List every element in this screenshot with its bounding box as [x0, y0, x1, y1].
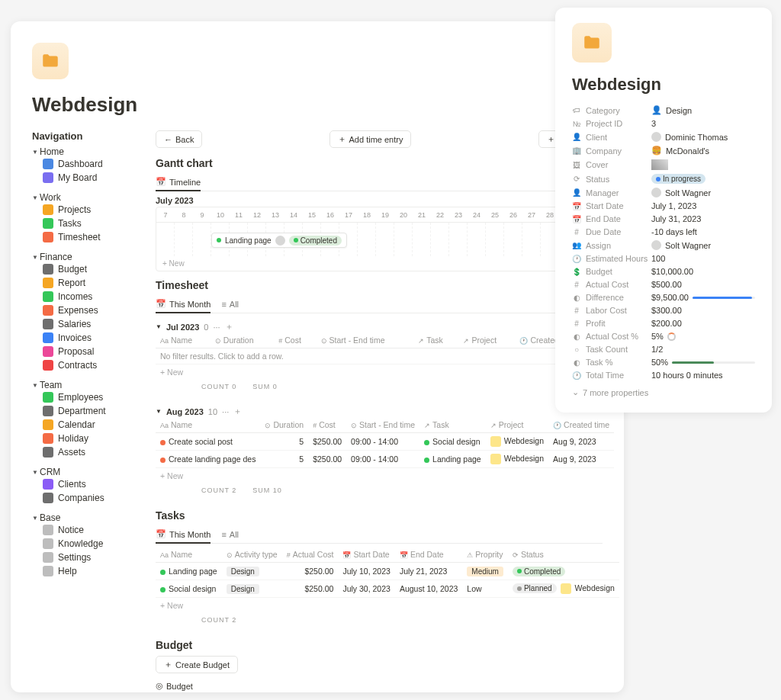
sidebar-item-knowledge[interactable]: Knowledge [32, 537, 131, 551]
col-name[interactable]: AaName [156, 547, 222, 563]
create-budget-button[interactable]: ＋Create Budget [156, 656, 238, 673]
prop-actual-cost-[interactable]: ◐Actual Cost %5% [572, 332, 755, 341]
nav-group-team[interactable]: ▼Team [32, 380, 131, 390]
sidebar-item-proposal[interactable]: Proposal [32, 345, 131, 358]
prop-end-date[interactable]: 📅End DateJuly 31, 2023 [572, 214, 755, 223]
sidebar-item-report[interactable]: Report [32, 276, 131, 290]
prop-difference[interactable]: ◐Difference$9,500.00 [572, 293, 755, 302]
prop-company[interactable]: 🏢Company🍔McDonald's [572, 146, 755, 156]
sidebar-item-settings[interactable]: Settings [32, 551, 131, 564]
empty-row[interactable]: No filter results. Click to add a row. [156, 348, 603, 364]
col-end[interactable]: 📅End Date [395, 547, 462, 563]
sidebar-item-notice[interactable]: Notice [32, 523, 131, 537]
gantt-new[interactable]: + New [156, 256, 602, 271]
sidebar-item-expenses[interactable]: Expenses [32, 303, 131, 317]
tasks-count: COUNT 2 [156, 613, 603, 631]
back-button[interactable]: ←Back [156, 130, 202, 148]
properties-panel: Webdesign 🏷Category👤Design№Project ID3👤C… [555, 8, 772, 413]
sidebar-item-clients[interactable]: Clients [32, 477, 131, 491]
timesheet-new[interactable]: + New [156, 364, 603, 380]
nav-group-base[interactable]: ▼Base [32, 512, 131, 523]
project-folder-icon [572, 23, 612, 63]
prop-estimated-hours[interactable]: 🕐Estimated Hours100 [572, 254, 755, 263]
nav-group-crm[interactable]: ▼CRM [32, 467, 131, 477]
budget-tabs: ◎Budget [156, 678, 603, 692]
budget-title: Budget [156, 639, 603, 651]
timesheet-new[interactable]: + New [156, 468, 603, 483]
col-status[interactable]: ⟳Status [508, 547, 619, 563]
nav-group-home[interactable]: ▼Home [32, 146, 131, 157]
sidebar-item-assets[interactable]: Assets [32, 445, 131, 459]
gantt-title: Gantt chart [156, 157, 603, 169]
tab-this-month[interactable]: 📅This Month [156, 296, 211, 313]
gantt-chart[interactable]: 7891011121314151617181920212223242526272… [156, 207, 603, 271]
prop-assign[interactable]: 👥AssignSolt Wagner [572, 240, 755, 250]
content-area: ←Back ＋Add time entry ＋New Task Gantt ch… [156, 130, 603, 692]
timesheet-row[interactable]: Create landing page des5$250.0009:00 - 1… [156, 451, 614, 468]
sidebar-item-salaries[interactable]: Salaries [32, 317, 131, 331]
gantt-bar-label: Landing page [225, 236, 272, 245]
prop-actual-cost[interactable]: #Actual Cost$500.00 [572, 280, 755, 289]
sidebar-item-companies[interactable]: Companies [32, 491, 131, 505]
sidebar-item-incomes[interactable]: Incomes [32, 290, 131, 303]
sidebar-item-holiday[interactable]: Holiday [32, 432, 131, 445]
prop-status[interactable]: ⟳StatusIn progress [572, 174, 755, 184]
status-pill-completed: Completed [289, 236, 342, 246]
sidebar-item-projects[interactable]: Projects [32, 203, 131, 217]
col-start[interactable]: 📅Start Date [338, 547, 394, 563]
task-row[interactable]: Landing pageDesign$250.00July 10, 2023Ju… [156, 563, 619, 580]
timesheet-title: Timesheet [156, 279, 603, 291]
tab-this-month[interactable]: 📅This Month [156, 526, 211, 544]
sidebar-item-employees[interactable]: Employees [32, 390, 131, 404]
sidebar-item-contracts[interactable]: Contracts [32, 358, 131, 372]
nav-group-finance[interactable]: ▼Finance [32, 252, 131, 262]
more-properties[interactable]: ⌄7 more properties [572, 387, 755, 397]
sidebar-item-budget[interactable]: Budget [32, 262, 131, 276]
prop-project-id[interactable]: №Project ID3 [572, 119, 755, 128]
tasks-tabs: 📅This Month ≡All [156, 526, 603, 544]
tab-budget[interactable]: ◎Budget [156, 678, 193, 692]
timesheet-table: AaName⊙Duration#Cost⊙Start - End time↗Ta… [156, 417, 614, 468]
prop-budget[interactable]: 💲Budget$10,000.00 [572, 267, 755, 276]
prop-task-[interactable]: ◐Task %50% [572, 358, 755, 367]
nav-group-work[interactable]: ▼Work [32, 192, 131, 203]
tasks-new[interactable]: + New [156, 598, 603, 613]
prop-task-count[interactable]: ○Task Count1/2 [572, 345, 755, 354]
sidebar-item-timesheet[interactable]: Timesheet [32, 230, 131, 244]
prop-profit[interactable]: #Profit$200.00 [572, 319, 755, 328]
tab-all[interactable]: ≡All [221, 526, 239, 543]
gantt-bar-landing-page[interactable]: Landing page Completed [211, 233, 347, 248]
prop-manager[interactable]: 👤ManagerSolt Wagner [572, 188, 755, 197]
sidebar-item-department[interactable]: Department [32, 404, 131, 418]
sidebar-item-dashboard[interactable]: Dashboard [32, 157, 131, 171]
prop-client[interactable]: 👤ClientDominic Thomas [572, 132, 755, 142]
sidebar-item-calendar[interactable]: Calendar [32, 418, 131, 432]
sidebar-item-tasks[interactable]: Tasks [32, 217, 131, 230]
col-activity[interactable]: ⊙Activity type [222, 547, 282, 563]
timesheet-group-header[interactable]: ▼Aug 2023 10 ··· ＋ [156, 406, 603, 417]
prop-due-date[interactable]: #Due Date-10 days left [572, 227, 755, 236]
prop-category[interactable]: 🏷Category👤Design [572, 105, 755, 115]
page-title: Webdesign [32, 93, 603, 117]
avatar-icon [275, 236, 285, 246]
sidebar: Navigation ▼HomeDashboardMy Board▼WorkPr… [32, 130, 131, 692]
prop-start-date[interactable]: 📅Start DateJuly 1, 2023 [572, 201, 755, 210]
tab-timeline[interactable]: 📅Timeline [156, 174, 201, 191]
toolbar: ←Back ＋Add time entry ＋New Task [156, 130, 603, 148]
prop-cover[interactable]: 🖼Cover [572, 159, 755, 170]
tasks-title: Tasks [156, 509, 603, 522]
sidebar-item-help[interactable]: Help [32, 564, 131, 578]
col-priority[interactable]: ⚠Proprity [462, 547, 508, 563]
sidebar-item-invoices[interactable]: Invoices [32, 331, 131, 345]
col-actual[interactable]: #Actual Cost [282, 547, 339, 563]
tab-all[interactable]: ≡All [221, 296, 239, 313]
timesheet-row[interactable]: Create social post5$250.0009:00 - 14:00S… [156, 433, 614, 451]
add-time-entry-button[interactable]: ＋Add time entry [329, 130, 412, 148]
prop-total-time[interactable]: 🕐Total Time10 hours 0 minutes [572, 371, 755, 380]
gantt-month: July 2023 [156, 196, 603, 205]
status-dot-icon [217, 238, 221, 242]
task-row[interactable]: Social designDesign$250.00July 30, 2023A… [156, 580, 619, 597]
prop-labor-cost[interactable]: #Labor Cost$300.00 [572, 306, 755, 315]
sidebar-item-my-board[interactable]: My Board [32, 171, 131, 185]
timesheet-group-header[interactable]: ▼Jul 2023 0 ··· ＋ [156, 321, 603, 332]
